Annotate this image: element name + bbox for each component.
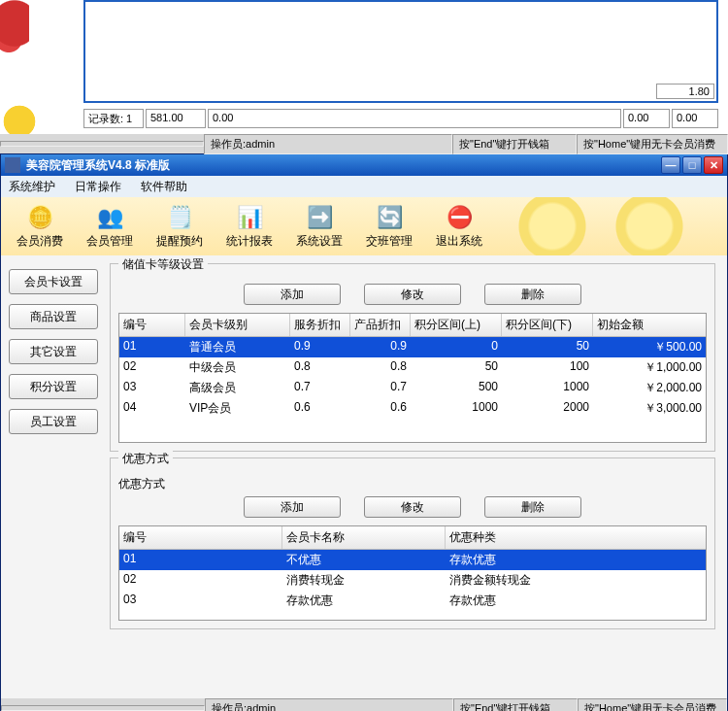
maximize-button[interactable]: □ [682,156,702,174]
discount-table[interactable]: 编号 会员卡名称 优惠种类 01不优惠存款优惠02消费转现金消费金额转现金03存… [118,525,707,621]
toolbar-exit-system[interactable]: ⛔退出系统 [424,199,494,254]
cell-init: ￥3,000.00 [593,398,706,419]
table-row[interactable]: 03存款优惠存款优惠 [119,591,706,611]
background-footer: 操作员:admin 按"End"键打开钱箱 按"Home"键用无卡会员消费 [0,134,728,153]
cell-pt-up: 50 [411,357,502,378]
delete-discount-button[interactable]: 删除 [484,496,581,518]
sidebar-card-settings[interactable]: 会员卡设置 [9,269,98,294]
table-row[interactable]: 03高级会员0.70.75001000￥2,000.00 [119,378,706,398]
chart-icon: 📊 [236,204,263,231]
cell-prod: 0.8 [350,357,411,378]
cell-svc: 0.6 [290,398,350,419]
arrow-icon: ➡️ [306,204,333,231]
table-row[interactable]: 01不优惠存款优惠 [119,550,706,570]
operator-label: 操作员:admin [204,134,452,154]
cell-level: 高级会员 [185,378,290,398]
cell-init: ￥1,000.00 [593,357,706,378]
table-row[interactable]: 01普通会员0.90.9050￥500.00 [119,337,706,357]
window-title: 美容院管理系统V4.8 标准版 [26,157,661,174]
toolbar-remind-appoint[interactable]: 🗒️提醒预约 [145,199,215,254]
col-points-upper[interactable]: 积分区间(上) [411,314,502,336]
sidebar-staff-settings[interactable]: 员工设置 [9,409,98,434]
cell-pt-down: 2000 [502,398,593,419]
edit-card-level-button[interactable]: 修改 [364,284,461,305]
discount-method-group: 优惠方式 优惠方式 添加 修改 删除 编号 会员卡名称 优惠种类 01不优惠存款… [110,457,715,629]
minimize-button[interactable]: — [661,156,680,174]
settings-sidebar: 会员卡设置 商品设置 其它设置 积分设置 员工设置 [1,255,106,673]
cell-name: 不优惠 [282,550,446,570]
sidebar-product-settings[interactable]: 商品设置 [9,304,98,329]
spacer [1,673,727,698]
add-card-level-button[interactable]: 添加 [244,284,341,305]
col-points-lower[interactable]: 积分区间(下) [502,314,593,336]
card-level-table[interactable]: 编号 会员卡级别 服务折扣 产品折扣 积分区间(上) 积分区间(下) 初始金额 … [118,313,707,443]
cell-pt-up: 0 [411,337,502,357]
menu-daily-operation[interactable]: 日常操作 [71,177,125,197]
col-card-name[interactable]: 会员卡名称 [282,526,446,549]
operator-label: 操作员:admin [205,698,453,712]
discount-sublabel: 优惠方式 [118,476,707,492]
table-row[interactable]: 02消费转现金消费金额转现金 [119,570,706,591]
flower-decoration [0,0,29,78]
edit-discount-button[interactable]: 修改 [364,496,461,518]
toolbar-system-settings[interactable]: ➡️系统设置 [284,199,354,254]
cell-no: 01 [119,337,185,357]
exit-icon: ⛔ [446,204,473,231]
cell-init: ￥2,000.00 [593,378,706,398]
table-row[interactable]: 04VIP会员0.60.610002000￥3,000.00 [119,398,706,419]
shift-icon: 🔄 [376,204,403,231]
menu-system-maintain[interactable]: 系统维护 [5,177,59,197]
col-level[interactable]: 会员卡级别 [185,314,290,336]
col-no[interactable]: 编号 [119,526,282,549]
col-discount-type[interactable]: 优惠种类 [446,526,706,549]
records-count-cell: 记录数: 1 [83,109,144,128]
cell-pt-down: 100 [502,357,593,378]
col-service-discount[interactable]: 服务折扣 [290,314,350,336]
sidebar-other-settings[interactable]: 其它设置 [9,339,98,364]
cell-level: VIP会员 [185,398,290,419]
cell-prod: 0.7 [350,378,411,398]
toolbar-reports[interactable]: 📊统计报表 [215,199,284,254]
cell-prod: 0.9 [350,337,411,357]
cell-no: 03 [119,378,185,398]
lemon-decoration [513,197,591,255]
add-discount-button[interactable]: 添加 [244,496,341,518]
col-initial-amount[interactable]: 初始金额 [593,314,706,336]
cell-pt-up: 1000 [411,398,502,419]
cell-type: 存款优惠 [446,550,706,570]
cell-no: 03 [119,591,282,611]
cell-level: 中级会员 [185,357,290,378]
cell-pt-down: 50 [502,337,593,357]
close-button[interactable]: ✕ [704,156,723,174]
toolbar-member-consume[interactable]: 🪙会员消费 [5,199,75,254]
menu-software-help[interactable]: 软件帮助 [137,177,191,197]
cell-pt-down: 1000 [502,378,593,398]
cell-level: 普通会员 [185,337,290,357]
content-area: 会员卡设置 商品设置 其它设置 积分设置 员工设置 储值卡等级设置 添加 修改 … [1,255,727,673]
status-cell: 0.00 [623,109,670,128]
status-cell: 0.00 [672,109,718,128]
col-no[interactable]: 编号 [119,314,185,336]
hint-home: 按"Home"键用无卡会员消费 [577,134,728,154]
cell-no: 01 [119,550,282,570]
delete-card-level-button[interactable]: 删除 [484,284,581,305]
background-window: 1.80 记录数: 1 581.00 0.00 0.00 0.00 操作员:ad… [0,0,728,153]
toolbar: 🪙会员消费 👥会员管理 🗒️提醒预约 📊统计报表 ➡️系统设置 🔄交班管理 ⛔退… [1,197,727,255]
cell-svc: 0.9 [290,337,350,357]
sidebar-points-settings[interactable]: 积分设置 [9,374,98,399]
cell-type: 消费金额转现金 [446,570,706,591]
toolbar-shift-manage[interactable]: 🔄交班管理 [354,199,424,254]
table-header: 编号 会员卡名称 优惠种类 [119,526,706,550]
cell-name: 存款优惠 [282,591,446,611]
cell-no: 02 [119,357,185,378]
content-panel: 1.80 [83,0,718,103]
col-product-discount[interactable]: 产品折扣 [350,314,411,336]
notepad-icon: 🗒️ [166,204,193,231]
main-footer: 操作员:admin 按"End"键打开钱箱 按"Home"键用无卡会员消费 [1,698,727,711]
hint-end: 按"End"键打开钱箱 [453,698,578,712]
table-row[interactable]: 02中级会员0.80.850100￥1,000.00 [119,357,706,378]
group-title: 优惠方式 [118,451,173,467]
group-title: 储值卡等级设置 [118,256,208,273]
toolbar-member-manage[interactable]: 👥会员管理 [75,199,145,254]
cell-type: 存款优惠 [446,591,706,611]
